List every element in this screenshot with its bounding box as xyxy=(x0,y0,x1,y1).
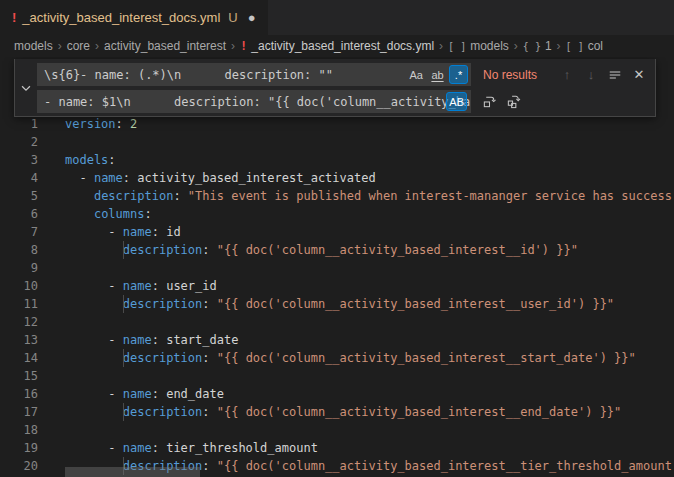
breadcrumb-item-label: models xyxy=(14,39,53,53)
replace-all-icon xyxy=(506,94,521,109)
code-line-content: - name: end_date xyxy=(65,385,224,403)
code-line-content: - name: start_date xyxy=(65,331,238,349)
indent-guide xyxy=(123,349,124,367)
horizontal-scrollbar[interactable] xyxy=(65,467,200,477)
line-number[interactable]: 9 xyxy=(0,259,38,277)
line-number[interactable]: 4 xyxy=(0,169,38,187)
code-line[interactable]: 19 - name: tier_threshold_amount xyxy=(0,439,674,457)
code-line[interactable]: 12 xyxy=(0,313,674,331)
line-number[interactable]: 20 xyxy=(0,457,38,475)
line-number[interactable]: 19 xyxy=(0,439,38,457)
breadcrumb-item[interactable]: activity_based_interest xyxy=(104,39,226,53)
indent-guide xyxy=(123,241,124,259)
breadcrumb-item-label: models xyxy=(470,39,509,53)
line-number[interactable]: 13 xyxy=(0,331,38,349)
regex-button[interactable]: .* xyxy=(449,65,468,84)
code-line-content: version: 2 xyxy=(65,115,137,133)
breadcrumb-separator-icon: › xyxy=(439,39,443,53)
find-widget-body: \s{6}- name: (.*)\n description: "" Aa a… xyxy=(35,59,655,116)
find-input[interactable]: \s{6}- name: (.*)\n description: "" Aa a… xyxy=(37,63,471,86)
line-number[interactable]: 2 xyxy=(0,133,38,151)
line-number[interactable]: 7 xyxy=(0,223,38,241)
breadcrumb-item[interactable]: !_activity_based_interest_docs.yml xyxy=(240,39,434,53)
breadcrumb-separator-icon: › xyxy=(557,39,561,53)
line-number[interactable]: 11 xyxy=(0,295,38,313)
code-line-content: - name: activity_based_interest_activate… xyxy=(65,169,376,187)
line-number[interactable]: 8 xyxy=(0,241,38,259)
code-line[interactable]: 2 xyxy=(0,133,674,151)
replace-value-text: - name: $1\n description: "{{ doc('colum… xyxy=(44,95,470,109)
code-line[interactable]: 5 description: "This event is published … xyxy=(0,187,674,205)
code-line[interactable]: 16 - name: end_date xyxy=(0,385,674,403)
line-number[interactable]: 6 xyxy=(0,205,38,223)
code-line[interactable]: 17 description: "{{ doc('column__activit… xyxy=(0,403,674,421)
next-match-button[interactable]: ↓ xyxy=(581,65,601,85)
line-number[interactable]: 10 xyxy=(0,277,38,295)
code-line-content: - name: tier_threshold_amount xyxy=(65,439,318,457)
breadcrumb-separator-icon: › xyxy=(231,39,235,53)
preserve-case-button[interactable]: AB xyxy=(446,92,467,111)
line-number[interactable]: 16 xyxy=(0,385,38,403)
line-number[interactable]: 17 xyxy=(0,403,38,421)
chevron-down-icon xyxy=(19,81,33,95)
editor[interactable]: \s{6}- name: (.*)\n description: "" Aa a… xyxy=(0,57,674,477)
indent-guide xyxy=(123,295,124,313)
code-line[interactable]: 18 xyxy=(0,421,674,439)
replace-all-button[interactable] xyxy=(503,92,523,112)
code-line[interactable]: 6 columns: xyxy=(0,205,674,223)
tab-activity-based-interest-docs[interactable]: ! _activity_based_interest_docs.yml U ● xyxy=(0,0,269,35)
breadcrumb-item[interactable]: [ ]col xyxy=(566,39,603,53)
code-line-content: description: "{{ doc('column__activity_b… xyxy=(65,295,614,313)
code-line[interactable]: 10 - name: user_id xyxy=(0,277,674,295)
line-number[interactable]: 12 xyxy=(0,313,38,331)
code-line-content: description: "This event is published wh… xyxy=(65,187,672,205)
find-actions: ↑ ↓ ✕ xyxy=(557,65,649,85)
code-line-content: description: "{{ doc('column__activity_b… xyxy=(65,349,636,367)
breadcrumb-item[interactable]: models xyxy=(14,39,53,53)
error-icon: ! xyxy=(240,39,247,53)
breadcrumb-item[interactable]: [ ]models xyxy=(448,39,509,53)
code-line[interactable]: 1version: 2 xyxy=(0,115,674,133)
code-line[interactable]: 4 - name: activity_based_interest_activa… xyxy=(0,169,674,187)
find-in-selection-button[interactable] xyxy=(605,65,625,85)
line-number[interactable]: 5 xyxy=(0,187,38,205)
line-number[interactable]: 3 xyxy=(0,151,38,169)
line-number[interactable]: 15 xyxy=(0,367,38,385)
code-line[interactable]: 3models: xyxy=(0,151,674,169)
line-number[interactable]: 14 xyxy=(0,349,38,367)
line-number[interactable]: 18 xyxy=(0,421,38,439)
code-line-content: description: "{{ doc('column__activity_b… xyxy=(65,403,621,421)
breadcrumb-item-label: col xyxy=(588,39,603,53)
breadcrumb-item[interactable]: core xyxy=(67,39,90,53)
code-line-content: - name: id xyxy=(65,223,181,241)
breadcrumb-separator-icon: › xyxy=(58,39,62,53)
code-line-content: - name: user_id xyxy=(65,277,217,295)
breadcrumb-item[interactable]: { }1 xyxy=(523,39,552,53)
match-case-button[interactable]: Aa xyxy=(407,65,426,84)
replace-input[interactable]: - name: $1\n description: "{{ doc('colum… xyxy=(37,90,471,113)
find-row: \s{6}- name: (.*)\n description: "" Aa a… xyxy=(37,63,649,86)
vscode-window: ! _activity_based_interest_docs.yml U ● … xyxy=(0,0,674,477)
git-status-badge: U xyxy=(228,10,237,25)
code-line[interactable]: 14 description: "{{ doc('column__activit… xyxy=(0,349,674,367)
close-find-button[interactable]: ✕ xyxy=(629,65,649,85)
find-query-text: \s{6}- name: (.*)\n description: "" xyxy=(44,68,333,82)
code-line[interactable]: 8 description: "{{ doc('column__activity… xyxy=(0,241,674,259)
code-line[interactable]: 15 xyxy=(0,367,674,385)
whole-word-button[interactable]: ab xyxy=(428,65,447,84)
code-line[interactable]: 7 - name: id xyxy=(0,223,674,241)
line-number[interactable]: 1 xyxy=(0,115,38,133)
code-line[interactable]: 11 description: "{{ doc('column__activit… xyxy=(0,295,674,313)
replace-button[interactable] xyxy=(479,92,499,112)
find-options: Aa ab .* xyxy=(407,65,468,84)
selection-icon xyxy=(608,68,622,82)
replace-icon xyxy=(482,94,497,109)
dirty-indicator-icon[interactable]: ● xyxy=(248,10,256,25)
code-line-content: columns: xyxy=(65,205,152,223)
breadcrumb-item-label: core xyxy=(67,39,90,53)
toggle-replace-button[interactable] xyxy=(15,59,35,116)
previous-match-button[interactable]: ↑ xyxy=(557,65,577,85)
code-line[interactable]: 9 xyxy=(0,259,674,277)
error-icon: ! xyxy=(12,10,16,25)
code-line[interactable]: 13 - name: start_date xyxy=(0,331,674,349)
